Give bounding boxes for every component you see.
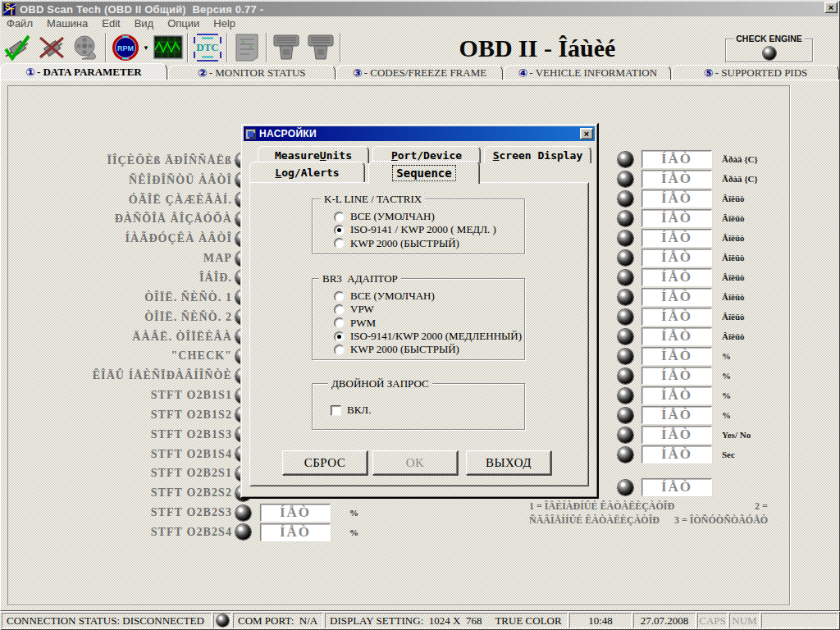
dialog-tab-sequence[interactable]: Sequence [368, 161, 480, 184]
tab-monitor-status[interactable]: ② - MONITOR STATUS [168, 65, 336, 80]
rpm-dropdown-arrow[interactable]: ▼ [143, 44, 151, 52]
titlebar: S T OBD Scan Tech (OBD II Общий) Версия … [2, 2, 838, 16]
br3-adapter-group-caption: BR3 АДАПТОР [319, 272, 401, 285]
radio-button[interactable] [334, 212, 345, 222]
window-close-button[interactable]: × [824, 2, 838, 13]
record-log-button[interactable] [69, 32, 103, 63]
radio-option[interactable]: ВСЕ (УМОЛЧАН) [313, 210, 524, 223]
parameter-label: ÎÁÎÐ. [0, 272, 232, 285]
parameter-unit: % [349, 508, 358, 518]
radio-button[interactable] [334, 238, 345, 249]
tab-supported-pids[interactable]: ⑤ - SUPPORTED PIDS [672, 65, 839, 80]
checkbox-label: ВКЛ. [347, 404, 371, 417]
parameter-led [618, 309, 633, 325]
parameter-value-box: ÍÅÒ [641, 170, 712, 188]
menu-view[interactable]: Вид [135, 17, 154, 30]
memory-chip-button[interactable] [230, 32, 264, 63]
parameter-value-box: ÍÅÒ [641, 347, 712, 365]
obd-plug-a-icon [271, 33, 302, 62]
radio-option[interactable]: PWM [313, 317, 524, 330]
radio-option[interactable]: KWP 2000 (БЫСТРЫЙ) [313, 237, 524, 250]
main-tabstrip: ① - DATA PARAMETER ② - MONITOR STATUS ③ … [0, 65, 840, 80]
parameter-unit: Âîëüò [722, 292, 745, 302]
date: 27.07.2008 [633, 613, 696, 628]
parameter-unit: Ãðàä {C} [722, 174, 758, 184]
radio-button[interactable] [334, 225, 345, 235]
sequence-tab-page: K-L LINE / TACTRIX ВСЕ (УМОЛЧАН) ISO-914… [249, 182, 589, 486]
parameter-row: ÍÅÒ [618, 477, 758, 497]
parameter-led [618, 447, 633, 463]
dual-request-group-caption: ДВОЙНОЙ ЗАПРОС [328, 377, 432, 390]
parameter-value-box: ÍÅÒ [641, 478, 712, 496]
num-lock-indicator: NUM [729, 613, 760, 628]
parameter-row: ÍÅÒ Yes/ No [618, 425, 758, 445]
radio-option[interactable]: KWP 2000 (БЫСТРЫЙ) [313, 343, 524, 356]
parameter-unit: Âîëüò [722, 312, 745, 322]
radio-label: KWP 2000 (БЫСТРЫЙ) [350, 343, 459, 356]
parameter-unit: % [349, 527, 358, 537]
check-engine-led [763, 47, 776, 60]
dialog-tab-screen-display[interactable]: Screen Display [484, 146, 591, 163]
svg-text:RPM: RPM [117, 44, 134, 52]
radio-button[interactable] [334, 317, 345, 328]
rpm-button[interactable]: RPM [108, 32, 143, 63]
memory-chip-icon [233, 33, 261, 62]
caps-lock-indicator: CAPS [697, 613, 728, 628]
checkbox-option[interactable]: ВКЛ. [313, 404, 524, 417]
radio-button[interactable] [334, 345, 345, 355]
parameter-led [618, 388, 633, 404]
tab-codes-freeze-frame[interactable]: ③ - CODES/FREEZE FRAME [336, 65, 504, 80]
check-engine-indicator: CHECK ENGINE [725, 39, 813, 62]
radio-option[interactable]: ISO-9141 / KWP 2000 ( МЕДЛ. ) [313, 223, 524, 236]
parameter-value-box: ÍÅÒ [641, 386, 712, 404]
svg-text:DTC: DTC [196, 41, 218, 53]
parameter-led [618, 349, 633, 364]
radio-option[interactable]: ВСЕ (УМОЛЧАН) [313, 290, 524, 303]
toolbar-separator [340, 33, 341, 62]
enable-checkbox[interactable] [331, 405, 341, 416]
kl-line-group: K-L LINE / TACTRIX ВСЕ (УМОЛЧАН) ISO-914… [312, 199, 525, 254]
connect-button[interactable] [0, 32, 34, 63]
dialog-title: НАСРОЙКИ [259, 128, 317, 139]
parameter-row: ÍÅÒ Sec [618, 445, 758, 464]
oscilloscope-button[interactable] [151, 32, 185, 63]
dtc-button[interactable]: DTC [190, 32, 225, 63]
parameter-label: ÊÎÄÛ ÍÅÈÑÏÐÀÂÍÎÑÒÈ [0, 369, 232, 382]
film-icon [71, 34, 102, 62]
tab-data-parameter[interactable]: ① - DATA PARAMETER [0, 63, 167, 80]
parameter-row: ÍÅÒ Âîëüò [618, 267, 758, 287]
com-port-status: COM PORT: N/A [233, 613, 323, 628]
parameter-label: STFT O2B1S1 [0, 389, 232, 402]
dialog-close-button[interactable]: × [580, 128, 593, 139]
parameter-label: STFT O2B2S4 [0, 526, 232, 539]
dialog-tab-measure-units[interactable]: Measure Units [258, 146, 369, 163]
menu-options[interactable]: Опции [167, 17, 199, 30]
obd-plug-a-button[interactable] [269, 32, 304, 63]
parameter-led [618, 329, 633, 345]
parameter-unit: Âîëüò [722, 233, 745, 243]
parameter-row: ÍÅÒ % [618, 405, 758, 425]
radio-button[interactable] [334, 331, 345, 342]
obd-plug-b-button[interactable] [304, 32, 338, 63]
menu-machine[interactable]: Машина [47, 17, 88, 30]
radio-button[interactable] [334, 291, 345, 302]
menu-help[interactable]: Help [213, 17, 235, 30]
disconnect-icon [36, 34, 67, 62]
dialog-tab-log-alerts[interactable]: Log/Alerts [249, 162, 365, 183]
parameter-label: ÒÎÏË. ÑÈÑÒ. 2 [0, 311, 232, 324]
parameter-unit: Âîëüò [722, 331, 745, 341]
radio-button[interactable] [334, 304, 345, 315]
parameter-row: ÍÅÒ Âîëüò [618, 228, 758, 248]
settings-dialog: НАСРОЙКИ × Measure Units Port/Device Scr… [240, 123, 599, 499]
parameter-value-box: ÍÅÒ [641, 209, 712, 227]
clock: 10:48 [569, 613, 632, 628]
radio-option[interactable]: ISO-9141/KWP 2000 (МЕДЛЕННЫЙ) [313, 330, 524, 343]
disconnect-button[interactable] [34, 32, 69, 63]
dtc-icon: DTC [192, 33, 223, 62]
radio-option[interactable]: VPW [313, 303, 524, 316]
menu-file[interactable]: Файл [7, 17, 33, 30]
tab-vehicle-information[interactable]: ④ - VEHICLE INFORMATION [504, 65, 671, 80]
parameter-label: STFT O2B2S1 [0, 467, 232, 480]
radio-label: ВСЕ (УМОЛЧАН) [350, 210, 435, 223]
menu-edit[interactable]: Edit [102, 17, 120, 30]
